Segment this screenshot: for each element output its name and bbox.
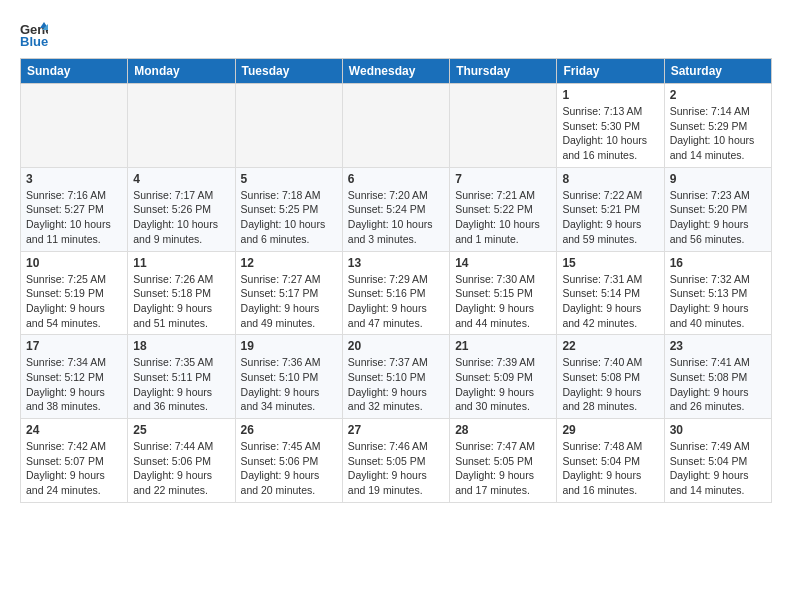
calendar-week-row: 1Sunrise: 7:13 AMSunset: 5:30 PMDaylight… bbox=[21, 84, 772, 168]
calendar-cell: 23Sunrise: 7:41 AMSunset: 5:08 PMDayligh… bbox=[664, 335, 771, 419]
weekday-header-wednesday: Wednesday bbox=[342, 59, 449, 84]
calendar-cell: 20Sunrise: 7:37 AMSunset: 5:10 PMDayligh… bbox=[342, 335, 449, 419]
day-info: Sunrise: 7:40 AMSunset: 5:08 PMDaylight:… bbox=[562, 355, 658, 414]
calendar-cell: 30Sunrise: 7:49 AMSunset: 5:04 PMDayligh… bbox=[664, 419, 771, 503]
day-number: 22 bbox=[562, 339, 658, 353]
weekday-header-tuesday: Tuesday bbox=[235, 59, 342, 84]
day-number: 26 bbox=[241, 423, 337, 437]
calendar-cell: 24Sunrise: 7:42 AMSunset: 5:07 PMDayligh… bbox=[21, 419, 128, 503]
day-info: Sunrise: 7:37 AMSunset: 5:10 PMDaylight:… bbox=[348, 355, 444, 414]
calendar-cell bbox=[450, 84, 557, 168]
calendar-cell bbox=[342, 84, 449, 168]
day-number: 18 bbox=[133, 339, 229, 353]
calendar-cell: 8Sunrise: 7:22 AMSunset: 5:21 PMDaylight… bbox=[557, 167, 664, 251]
calendar-cell: 21Sunrise: 7:39 AMSunset: 5:09 PMDayligh… bbox=[450, 335, 557, 419]
calendar-cell: 25Sunrise: 7:44 AMSunset: 5:06 PMDayligh… bbox=[128, 419, 235, 503]
weekday-header-friday: Friday bbox=[557, 59, 664, 84]
day-number: 13 bbox=[348, 256, 444, 270]
day-info: Sunrise: 7:41 AMSunset: 5:08 PMDaylight:… bbox=[670, 355, 766, 414]
day-number: 2 bbox=[670, 88, 766, 102]
day-number: 28 bbox=[455, 423, 551, 437]
day-info: Sunrise: 7:31 AMSunset: 5:14 PMDaylight:… bbox=[562, 272, 658, 331]
day-number: 1 bbox=[562, 88, 658, 102]
calendar-cell: 13Sunrise: 7:29 AMSunset: 5:16 PMDayligh… bbox=[342, 251, 449, 335]
day-info: Sunrise: 7:18 AMSunset: 5:25 PMDaylight:… bbox=[241, 188, 337, 247]
day-number: 14 bbox=[455, 256, 551, 270]
calendar-cell: 22Sunrise: 7:40 AMSunset: 5:08 PMDayligh… bbox=[557, 335, 664, 419]
day-info: Sunrise: 7:29 AMSunset: 5:16 PMDaylight:… bbox=[348, 272, 444, 331]
day-number: 30 bbox=[670, 423, 766, 437]
day-info: Sunrise: 7:47 AMSunset: 5:05 PMDaylight:… bbox=[455, 439, 551, 498]
calendar-cell: 2Sunrise: 7:14 AMSunset: 5:29 PMDaylight… bbox=[664, 84, 771, 168]
day-info: Sunrise: 7:23 AMSunset: 5:20 PMDaylight:… bbox=[670, 188, 766, 247]
calendar-cell: 1Sunrise: 7:13 AMSunset: 5:30 PMDaylight… bbox=[557, 84, 664, 168]
day-number: 15 bbox=[562, 256, 658, 270]
day-info: Sunrise: 7:49 AMSunset: 5:04 PMDaylight:… bbox=[670, 439, 766, 498]
day-info: Sunrise: 7:34 AMSunset: 5:12 PMDaylight:… bbox=[26, 355, 122, 414]
calendar-cell: 4Sunrise: 7:17 AMSunset: 5:26 PMDaylight… bbox=[128, 167, 235, 251]
day-number: 27 bbox=[348, 423, 444, 437]
calendar-cell: 7Sunrise: 7:21 AMSunset: 5:22 PMDaylight… bbox=[450, 167, 557, 251]
day-number: 3 bbox=[26, 172, 122, 186]
weekday-header-thursday: Thursday bbox=[450, 59, 557, 84]
calendar-cell: 17Sunrise: 7:34 AMSunset: 5:12 PMDayligh… bbox=[21, 335, 128, 419]
calendar-cell: 26Sunrise: 7:45 AMSunset: 5:06 PMDayligh… bbox=[235, 419, 342, 503]
day-number: 12 bbox=[241, 256, 337, 270]
day-number: 9 bbox=[670, 172, 766, 186]
day-info: Sunrise: 7:42 AMSunset: 5:07 PMDaylight:… bbox=[26, 439, 122, 498]
day-number: 16 bbox=[670, 256, 766, 270]
calendar-cell bbox=[21, 84, 128, 168]
weekday-header-sunday: Sunday bbox=[21, 59, 128, 84]
calendar-cell: 27Sunrise: 7:46 AMSunset: 5:05 PMDayligh… bbox=[342, 419, 449, 503]
day-info: Sunrise: 7:32 AMSunset: 5:13 PMDaylight:… bbox=[670, 272, 766, 331]
day-number: 17 bbox=[26, 339, 122, 353]
day-info: Sunrise: 7:35 AMSunset: 5:11 PMDaylight:… bbox=[133, 355, 229, 414]
day-info: Sunrise: 7:16 AMSunset: 5:27 PMDaylight:… bbox=[26, 188, 122, 247]
calendar-header-row: SundayMondayTuesdayWednesdayThursdayFrid… bbox=[21, 59, 772, 84]
logo: General Blue bbox=[20, 20, 52, 48]
day-info: Sunrise: 7:39 AMSunset: 5:09 PMDaylight:… bbox=[455, 355, 551, 414]
calendar-week-row: 24Sunrise: 7:42 AMSunset: 5:07 PMDayligh… bbox=[21, 419, 772, 503]
calendar-cell bbox=[235, 84, 342, 168]
day-number: 23 bbox=[670, 339, 766, 353]
calendar-cell: 29Sunrise: 7:48 AMSunset: 5:04 PMDayligh… bbox=[557, 419, 664, 503]
day-info: Sunrise: 7:26 AMSunset: 5:18 PMDaylight:… bbox=[133, 272, 229, 331]
day-info: Sunrise: 7:14 AMSunset: 5:29 PMDaylight:… bbox=[670, 104, 766, 163]
day-info: Sunrise: 7:46 AMSunset: 5:05 PMDaylight:… bbox=[348, 439, 444, 498]
logo-icon: General Blue bbox=[20, 20, 48, 48]
day-info: Sunrise: 7:22 AMSunset: 5:21 PMDaylight:… bbox=[562, 188, 658, 247]
day-info: Sunrise: 7:17 AMSunset: 5:26 PMDaylight:… bbox=[133, 188, 229, 247]
day-number: 20 bbox=[348, 339, 444, 353]
day-number: 24 bbox=[26, 423, 122, 437]
day-number: 11 bbox=[133, 256, 229, 270]
day-info: Sunrise: 7:36 AMSunset: 5:10 PMDaylight:… bbox=[241, 355, 337, 414]
day-number: 4 bbox=[133, 172, 229, 186]
calendar-cell: 28Sunrise: 7:47 AMSunset: 5:05 PMDayligh… bbox=[450, 419, 557, 503]
day-number: 19 bbox=[241, 339, 337, 353]
day-info: Sunrise: 7:20 AMSunset: 5:24 PMDaylight:… bbox=[348, 188, 444, 247]
day-number: 21 bbox=[455, 339, 551, 353]
calendar-week-row: 3Sunrise: 7:16 AMSunset: 5:27 PMDaylight… bbox=[21, 167, 772, 251]
day-info: Sunrise: 7:13 AMSunset: 5:30 PMDaylight:… bbox=[562, 104, 658, 163]
header: General Blue bbox=[20, 16, 772, 48]
calendar-week-row: 10Sunrise: 7:25 AMSunset: 5:19 PMDayligh… bbox=[21, 251, 772, 335]
calendar-cell: 5Sunrise: 7:18 AMSunset: 5:25 PMDaylight… bbox=[235, 167, 342, 251]
calendar-cell: 10Sunrise: 7:25 AMSunset: 5:19 PMDayligh… bbox=[21, 251, 128, 335]
day-info: Sunrise: 7:45 AMSunset: 5:06 PMDaylight:… bbox=[241, 439, 337, 498]
day-info: Sunrise: 7:25 AMSunset: 5:19 PMDaylight:… bbox=[26, 272, 122, 331]
calendar-cell: 19Sunrise: 7:36 AMSunset: 5:10 PMDayligh… bbox=[235, 335, 342, 419]
day-number: 7 bbox=[455, 172, 551, 186]
day-number: 8 bbox=[562, 172, 658, 186]
calendar-table: SundayMondayTuesdayWednesdayThursdayFrid… bbox=[20, 58, 772, 503]
calendar-cell: 9Sunrise: 7:23 AMSunset: 5:20 PMDaylight… bbox=[664, 167, 771, 251]
calendar-cell: 3Sunrise: 7:16 AMSunset: 5:27 PMDaylight… bbox=[21, 167, 128, 251]
calendar-week-row: 17Sunrise: 7:34 AMSunset: 5:12 PMDayligh… bbox=[21, 335, 772, 419]
day-number: 5 bbox=[241, 172, 337, 186]
day-info: Sunrise: 7:30 AMSunset: 5:15 PMDaylight:… bbox=[455, 272, 551, 331]
day-info: Sunrise: 7:21 AMSunset: 5:22 PMDaylight:… bbox=[455, 188, 551, 247]
day-number: 25 bbox=[133, 423, 229, 437]
calendar-cell: 6Sunrise: 7:20 AMSunset: 5:24 PMDaylight… bbox=[342, 167, 449, 251]
day-number: 10 bbox=[26, 256, 122, 270]
calendar-cell: 12Sunrise: 7:27 AMSunset: 5:17 PMDayligh… bbox=[235, 251, 342, 335]
calendar-cell bbox=[128, 84, 235, 168]
